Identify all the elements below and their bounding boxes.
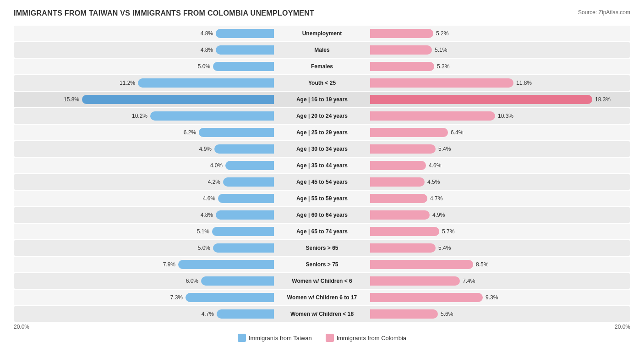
- bar-row: 5.0% Seniors > 65 5.4%: [14, 240, 630, 256]
- bar-row: 4.6% Age | 55 to 59 years 4.7%: [14, 191, 630, 206]
- bar-row: 7.3% Women w/ Children 6 to 17 9.3%: [14, 290, 630, 305]
- pink-bar: [370, 62, 434, 71]
- blue-bar: [214, 144, 274, 154]
- bar-row: 7.9% Seniors > 75 8.5%: [14, 257, 630, 272]
- half-right: 5.1%: [370, 42, 630, 58]
- left-value: 4.0%: [210, 162, 223, 169]
- blue-bar: [218, 194, 274, 203]
- half-right: 5.3%: [370, 59, 630, 74]
- left-value: 6.0%: [186, 278, 198, 284]
- center-label: Seniors > 65: [274, 245, 370, 251]
- legend-taiwan-label: Immigrants from Taiwan: [249, 335, 312, 341]
- blue-bar: [82, 95, 274, 104]
- center-label: Age | 65 to 74 years: [274, 228, 370, 235]
- blue-bar: [213, 62, 274, 71]
- pink-bar: [370, 161, 426, 170]
- chart-container: IMMIGRANTS FROM TAIWAN VS IMMIGRANTS FRO…: [0, 0, 644, 347]
- center-label: Women w/ Children < 6: [274, 278, 370, 284]
- center-label: Age | 30 to 34 years: [274, 146, 370, 152]
- center-label: Age | 55 to 59 years: [274, 195, 370, 202]
- half-right: 5.4%: [370, 240, 630, 256]
- half-left: 15.8%: [14, 92, 274, 107]
- blue-bar: [212, 227, 274, 236]
- right-value: 5.1%: [435, 47, 447, 53]
- bar-row: 4.0% Age | 35 to 44 years 4.6%: [14, 158, 630, 173]
- half-left: 7.3%: [14, 290, 274, 305]
- left-value: 4.8%: [201, 212, 213, 218]
- title-row: IMMIGRANTS FROM TAIWAN VS IMMIGRANTS FRO…: [14, 9, 630, 20]
- bar-row: 5.1% Age | 65 to 74 years 5.7%: [14, 224, 630, 239]
- half-left: 4.0%: [14, 158, 274, 173]
- pink-bar: [370, 78, 513, 88]
- center-label: Youth < 25: [274, 80, 370, 86]
- half-left: 11.2%: [14, 75, 274, 91]
- center-label: Age | 16 to 19 years: [274, 96, 370, 103]
- pink-bar: [370, 111, 495, 121]
- half-right: 4.7%: [370, 191, 630, 206]
- right-value: 7.4%: [463, 278, 475, 284]
- left-value: 7.3%: [170, 294, 183, 301]
- right-value: 4.5%: [427, 179, 440, 185]
- half-left: 4.8%: [14, 42, 274, 58]
- half-left: 7.9%: [14, 257, 274, 272]
- pink-bar: [370, 95, 592, 104]
- bar-row: 4.7% Women w/ Children < 18 5.6%: [14, 306, 630, 322]
- half-left: 6.0%: [14, 273, 274, 289]
- right-value: 6.4%: [451, 129, 463, 136]
- left-value: 4.6%: [203, 195, 215, 202]
- center-label: Age | 35 to 44 years: [274, 162, 370, 169]
- right-value: 4.7%: [430, 195, 442, 202]
- bar-row: 6.0% Women w/ Children < 6 7.4%: [14, 273, 630, 289]
- axis-left: 20.0%: [14, 324, 219, 330]
- center-label: Women w/ Children 6 to 17: [274, 294, 370, 301]
- half-right: 4.9%: [370, 207, 630, 223]
- blue-bar: [186, 293, 274, 302]
- right-value: 4.9%: [432, 212, 445, 218]
- center-label: Females: [274, 63, 370, 70]
- pink-bar: [370, 276, 460, 286]
- right-value: 5.2%: [436, 30, 448, 37]
- center-label: Unemployment: [274, 30, 370, 37]
- legend-taiwan: Immigrants from Taiwan: [238, 334, 312, 342]
- right-value: 5.4%: [438, 245, 451, 251]
- blue-bar: [201, 276, 274, 286]
- left-value: 5.0%: [198, 245, 210, 251]
- blue-bar: [213, 243, 274, 253]
- pink-bar: [370, 243, 436, 253]
- half-right: 6.4%: [370, 125, 630, 140]
- half-left: 4.7%: [14, 306, 274, 322]
- legend-taiwan-box: [238, 334, 246, 342]
- bar-row: 15.8% Age | 16 to 19 years 18.3%: [14, 92, 630, 107]
- left-value: 4.8%: [201, 30, 213, 37]
- pink-bar: [370, 144, 436, 154]
- source-text: Source: ZipAtlas.com: [578, 9, 630, 16]
- left-value: 4.7%: [202, 311, 214, 317]
- half-left: 10.2%: [14, 108, 274, 124]
- half-right: 5.6%: [370, 306, 630, 322]
- center-label: Males: [274, 47, 370, 53]
- half-left: 4.6%: [14, 191, 274, 206]
- blue-bar: [216, 45, 274, 55]
- half-left: 4.2%: [14, 174, 274, 190]
- blue-bar: [217, 309, 274, 319]
- half-right: 4.6%: [370, 158, 630, 173]
- blue-bar: [199, 128, 274, 137]
- axis-labels: 20.0% 20.0%: [14, 324, 630, 330]
- bar-row: 4.8% Unemployment 5.2%: [14, 26, 630, 41]
- half-left: 4.8%: [14, 207, 274, 223]
- blue-bar: [223, 177, 274, 187]
- bar-row: 5.0% Females 5.3%: [14, 59, 630, 74]
- pink-bar: [370, 309, 438, 319]
- center-label: Age | 20 to 24 years: [274, 113, 370, 119]
- center-label: Seniors > 75: [274, 261, 370, 268]
- left-value: 10.2%: [132, 113, 147, 119]
- half-left: 4.8%: [14, 26, 274, 41]
- right-value: 18.3%: [595, 96, 611, 103]
- center-label: Women w/ Children < 18: [274, 311, 370, 317]
- half-left: 5.0%: [14, 59, 274, 74]
- blue-bar: [216, 210, 274, 220]
- right-value: 5.7%: [442, 228, 454, 235]
- half-right: 8.5%: [370, 257, 630, 272]
- bar-row: 11.2% Youth < 25 11.8%: [14, 75, 630, 91]
- blue-bar: [178, 260, 274, 269]
